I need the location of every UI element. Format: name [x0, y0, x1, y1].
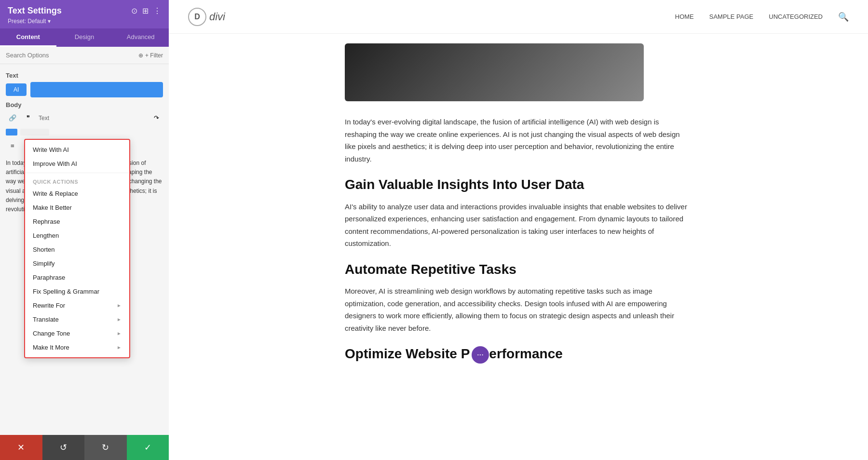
ai-button-row: AI	[6, 82, 163, 97]
chat-bubble-icon	[472, 346, 489, 364]
quote-icon[interactable]: ❞	[21, 111, 35, 125]
main-content: D divi HOME SAMPLE PAGE UNCATEGORIZED 🔍 …	[169, 0, 868, 460]
dropdown-translate[interactable]: Translate ►	[25, 312, 129, 326]
filter-button[interactable]: ⊕ + Filter	[138, 52, 163, 59]
article-section1-text: AI's ability to analyze user data and in…	[345, 201, 692, 250]
more-icon[interactable]: ⋮	[153, 6, 161, 15]
dropdown-write-replace[interactable]: Write & Replace	[25, 187, 129, 201]
dropdown-write-with-ai[interactable]: Write With AI	[25, 143, 129, 157]
dropdown-divider-1	[25, 173, 129, 173]
tab-design[interactable]: Design	[56, 28, 113, 47]
dropdown-rephrase[interactable]: Rephrase	[25, 215, 129, 229]
article-heading-1: Gain Valuable Insights Into User Data	[345, 176, 692, 193]
panel-search-row: ⊕ + Filter	[0, 47, 169, 64]
article-image	[345, 43, 644, 101]
dropdown-shorten[interactable]: Shorten	[25, 243, 129, 257]
dropdown-lengthen[interactable]: Lengthen	[25, 229, 129, 243]
heading-indicator	[6, 129, 17, 135]
dropdown-improve-with-ai[interactable]: Improve With AI	[25, 157, 129, 171]
filter-icon: ⊕	[138, 52, 143, 59]
search-icon[interactable]: 🔍	[838, 12, 849, 22]
heading-row	[6, 129, 163, 135]
tab-advanced[interactable]: Advanced	[112, 28, 169, 47]
nav-links: HOME SAMPLE PAGE UNCATEGORIZED 🔍	[675, 12, 849, 22]
make-it-more-arrow: ►	[117, 345, 122, 350]
redo-icon[interactable]: ↷	[149, 111, 163, 125]
tab-content[interactable]: Content	[0, 28, 56, 47]
editor-toolbar: 🔗 ❞ Text ↷	[6, 111, 163, 125]
article-intro: In today's ever-evolving digital landsca…	[345, 116, 692, 165]
body-section-label: Body	[6, 101, 163, 108]
search-input[interactable]	[6, 52, 135, 59]
top-nav: D divi HOME SAMPLE PAGE UNCATEGORIZED 🔍	[169, 0, 868, 34]
undo-button[interactable]: ↺	[42, 435, 85, 460]
dropdown-change-tone[interactable]: Change Tone ►	[25, 326, 129, 340]
dropdown-make-it-more[interactable]: Make It More ►	[25, 340, 129, 354]
focus-icon[interactable]: ⊙	[131, 6, 137, 15]
link-icon[interactable]: 🔗	[6, 111, 19, 125]
left-panel: Text Settings ⊙ ⊞ ⋮ Preset: Default ▾ Co…	[0, 0, 169, 460]
logo-icon: D	[188, 8, 206, 26]
heading-bar	[20, 129, 49, 135]
dropdown-quick-actions-header: Quick Actions	[25, 175, 129, 187]
ai-expand-area	[30, 82, 163, 97]
panel-bottom-bar: ✕ ↺ ↻ ✓	[0, 435, 169, 460]
article-heading-3: Optimize Website Performance	[345, 346, 692, 364]
article-section2-text: Moreover, AI is streamlining web design …	[345, 285, 692, 334]
cancel-button[interactable]: ✕	[0, 435, 42, 460]
rewrite-for-arrow: ►	[117, 303, 122, 308]
dropdown-menu: Write With AI Improve With AI Quick Acti…	[24, 139, 130, 358]
article-body: In today's ever-evolving digital landsca…	[326, 34, 711, 400]
nav-uncategorized[interactable]: UNCATEGORIZED	[769, 13, 823, 20]
nav-logo: D divi	[188, 8, 225, 26]
nav-home[interactable]: HOME	[675, 13, 694, 20]
dropdown-paraphrase[interactable]: Paraphrase	[25, 271, 129, 284]
preset-label[interactable]: Preset: Default ▾	[8, 18, 161, 25]
ai-button[interactable]: AI	[6, 83, 27, 96]
dropdown-make-it-better[interactable]: Make It Better	[25, 201, 129, 215]
text-section-label: Text	[6, 72, 163, 79]
change-tone-arrow: ►	[117, 331, 122, 336]
list-icon[interactable]: ≡	[6, 139, 19, 153]
panel-title: Text Settings	[8, 6, 62, 16]
panel-header: Text Settings ⊙ ⊞ ⋮ Preset: Default ▾	[0, 0, 169, 28]
nav-sample-page[interactable]: SAMPLE PAGE	[709, 13, 754, 20]
dropdown-rewrite-for[interactable]: Rewrite For ►	[25, 298, 129, 312]
columns-icon[interactable]: ⊞	[142, 6, 149, 15]
panel-tabs: Content Design Advanced	[0, 28, 169, 47]
dropdown-simplify[interactable]: Simplify	[25, 257, 129, 271]
article-heading-2: Automate Repetitive Tasks	[345, 261, 692, 278]
redo-button[interactable]: ↻	[84, 435, 127, 460]
dropdown-fix-spelling[interactable]: Fix Spelling & Grammar	[25, 284, 129, 298]
confirm-button[interactable]: ✓	[127, 435, 169, 460]
text-label: Text	[37, 115, 148, 122]
translate-arrow: ►	[117, 317, 122, 322]
panel-header-icons: ⊙ ⊞ ⋮	[131, 6, 161, 15]
panel-body: Text AI Body 🔗 ❞ Text ↷ ≡ ☑ In today's e…	[0, 64, 169, 435]
